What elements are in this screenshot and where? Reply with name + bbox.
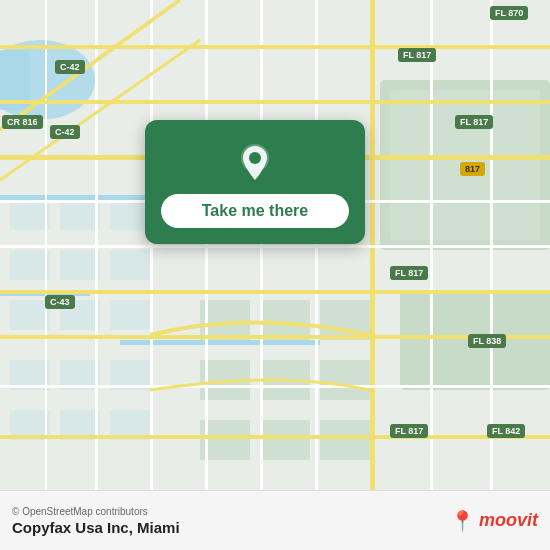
take-me-there-button[interactable]: Take me there [161, 194, 349, 228]
route-badge-c43: C-43 [45, 295, 75, 309]
svg-rect-15 [10, 300, 50, 330]
route-badge-fl817a: FL 817 [398, 48, 436, 62]
svg-rect-49 [0, 385, 550, 388]
route-badge-fl842: FL 842 [487, 424, 525, 438]
svg-rect-50 [0, 435, 550, 439]
svg-rect-17 [110, 300, 150, 330]
map-view: FL 870 FL 817 FL 817 CR 816 817 FL 817 F… [0, 0, 550, 490]
svg-rect-42 [0, 45, 550, 49]
route-badge-fl870: FL 870 [490, 6, 528, 20]
svg-rect-14 [110, 250, 150, 280]
svg-rect-43 [0, 100, 550, 104]
svg-rect-46 [0, 245, 550, 248]
moovit-brand-text: moovit [479, 510, 538, 531]
svg-rect-29 [260, 420, 310, 460]
route-badge-fl817b: FL 817 [455, 115, 493, 129]
place-info: © OpenStreetMap contributors Copyfax Usa… [12, 506, 180, 536]
attribution-text: © OpenStreetMap contributors [12, 506, 180, 517]
svg-rect-47 [0, 290, 550, 294]
bottom-bar: © OpenStreetMap contributors Copyfax Usa… [0, 490, 550, 550]
place-name-text: Copyfax Usa Inc, Miami [12, 519, 180, 536]
route-badge-fl817d: FL 817 [390, 424, 428, 438]
route-badge-c42a: C-42 [55, 60, 85, 74]
moovit-logo: 📍 moovit [450, 509, 538, 533]
route-badge-817: 817 [460, 162, 485, 176]
svg-rect-32 [320, 420, 370, 460]
location-popup: Take me there [145, 120, 365, 244]
route-badge-fl838: FL 838 [468, 334, 506, 348]
svg-rect-9 [10, 200, 50, 230]
svg-rect-25 [260, 300, 310, 340]
route-badge-cr816: CR 816 [2, 115, 43, 129]
location-pin-icon [233, 140, 277, 184]
svg-rect-13 [110, 200, 150, 230]
route-badge-c42b: C-42 [50, 125, 80, 139]
svg-rect-12 [60, 250, 100, 280]
svg-rect-31 [320, 360, 370, 400]
route-badge-fl817c: FL 817 [390, 266, 428, 280]
svg-point-54 [249, 152, 261, 164]
moovit-pin-icon: 📍 [450, 509, 475, 533]
svg-rect-11 [10, 250, 50, 280]
svg-rect-10 [60, 200, 100, 230]
